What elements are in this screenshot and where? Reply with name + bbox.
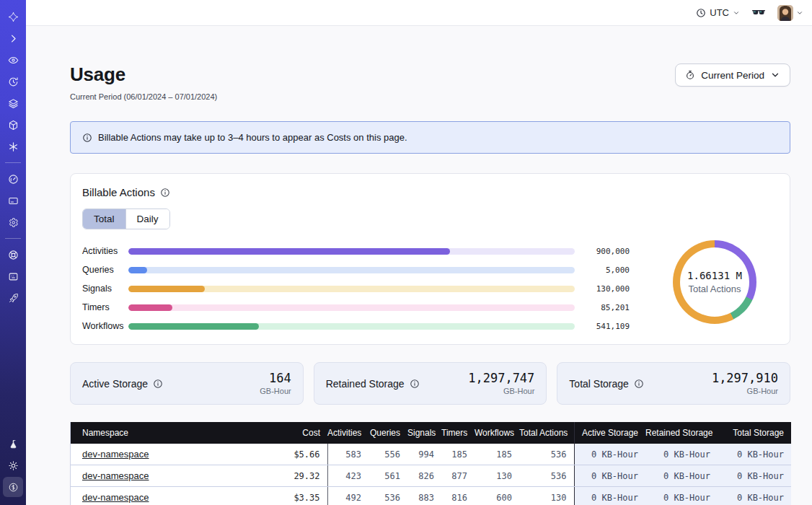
bar-label: Signals	[82, 284, 128, 294]
storage-summary-row: Active Storage 164 GB-Hour Retained Stor…	[70, 362, 790, 405]
cell-signals: 826	[407, 465, 441, 487]
console-icon[interactable]	[3, 266, 23, 286]
clock-icon	[696, 8, 706, 18]
bar-fill	[128, 304, 172, 311]
timezone-selector[interactable]: UTC	[696, 7, 740, 18]
namespace-link[interactable]: dev-namespace	[82, 449, 149, 460]
expand-chevron-icon[interactable]	[3, 28, 23, 48]
cell-total-actions: 130	[519, 487, 574, 505]
bar-label: Activities	[82, 246, 128, 256]
gear-icon[interactable]	[3, 212, 23, 232]
main-area: UTC Usage Current Period (06/01/2024 – 0…	[26, 0, 812, 505]
cell-total-storage: 0 KB-Hour	[718, 444, 791, 465]
cell-cost: 29.32	[251, 465, 327, 487]
donut-total-value: 1.66131 M	[687, 270, 742, 281]
bar-row-workflows: Workflows541,109	[82, 317, 630, 335]
active-storage-unit: GB-Hour	[260, 387, 291, 395]
bar-label: Queries	[82, 265, 128, 275]
col-header-signals: Signals	[407, 422, 441, 444]
tab-total[interactable]: Total	[83, 209, 125, 229]
cell-retained-storage: 0 KB-Hour	[645, 487, 718, 505]
bar-label: Timers	[82, 302, 128, 312]
info-icon[interactable]	[410, 379, 420, 389]
info-icon[interactable]	[634, 379, 644, 389]
total-storage-card: Total Storage 1,297,910 GB-Hour	[557, 362, 790, 405]
bar-track	[128, 267, 575, 273]
asterisk-icon[interactable]	[3, 136, 23, 157]
sidebar	[0, 0, 26, 505]
layers-icon[interactable]	[3, 93, 23, 113]
avatar	[777, 5, 793, 21]
col-header-activities: Activities	[327, 422, 369, 444]
namespace-link[interactable]: dev-namespace	[82, 492, 149, 503]
cell-active-storage: 0 KB-Hour	[574, 487, 645, 505]
eye-icon[interactable]	[3, 50, 23, 70]
cell-active-storage: 0 KB-Hour	[574, 444, 645, 465]
billing-card-icon[interactable]	[3, 190, 23, 211]
chevron-down-icon	[770, 70, 780, 80]
namespace-usage-table: NamespaceCostActivitiesQueriesSignalsTim…	[70, 422, 790, 505]
cell-signals: 994	[407, 444, 441, 465]
bar-fill	[128, 248, 450, 255]
billable-actions-card: Billable Actions TotalDaily Activities90…	[70, 173, 790, 345]
billable-actions-title: Billable Actions	[82, 186, 155, 198]
bar-fill	[128, 267, 147, 273]
chevron-down-icon	[733, 9, 740, 17]
cell-total-storage: 0 KB-Hour	[718, 465, 791, 487]
bar-track	[128, 304, 575, 311]
bar-row-queries: Queries5,000	[82, 260, 630, 279]
namespace-link[interactable]: dev-namespace	[82, 470, 149, 481]
retained-storage-card: Retained Storage 1,297,747 GB-Hour	[314, 362, 547, 405]
cube-icon[interactable]	[3, 115, 23, 135]
bar-fill	[128, 286, 205, 292]
table-row: dev-namespace29.324235618268771305360 KB…	[71, 465, 791, 487]
table-header-row: NamespaceCostActivitiesQueriesSignalsTim…	[71, 422, 791, 444]
temporal-logo-icon[interactable]	[3, 6, 23, 27]
clock-retry-icon[interactable]	[3, 71, 23, 92]
bar-row-activities: Activities900,000	[82, 242, 630, 260]
sidebar-divider	[5, 238, 21, 239]
account-menu[interactable]	[777, 5, 803, 21]
cell-retained-storage: 0 KB-Hour	[645, 444, 718, 465]
cell-timers: 877	[441, 465, 475, 487]
cell-timers: 816	[441, 487, 475, 505]
total-storage-unit: GB-Hour	[712, 387, 778, 395]
bar-row-timers: Timers85,201	[82, 298, 630, 317]
banner-text: Billable Actions may take up to 3–4 hour…	[98, 132, 407, 143]
info-icon[interactable]	[160, 188, 170, 198]
rocket-icon[interactable]	[3, 288, 23, 308]
billable-actions-title-row: Billable Actions	[82, 186, 778, 198]
cell-timers: 185	[441, 444, 475, 465]
cell-retained-storage: 0 KB-Hour	[645, 465, 718, 487]
cell-activities: 492	[327, 487, 369, 505]
lifebuoy-icon[interactable]	[3, 245, 23, 265]
page-subtitle: Current Period (06/01/2024 – 07/01/2024)	[70, 92, 217, 101]
bar-value: 900,000	[575, 247, 630, 256]
usage-dollar-icon[interactable]	[3, 477, 23, 497]
bar-row-signals: Signals130,000	[82, 279, 630, 298]
cell-workflows: 185	[475, 444, 519, 465]
info-icon[interactable]	[153, 379, 163, 389]
cell-activities: 583	[327, 444, 369, 465]
bar-value: 85,201	[575, 303, 630, 312]
tab-daily[interactable]: Daily	[125, 209, 169, 229]
bar-track	[128, 323, 575, 330]
cell-workflows: 130	[475, 465, 519, 487]
gauge-icon[interactable]	[3, 169, 23, 189]
sunglasses-icon[interactable]	[751, 6, 766, 20]
flask-icon[interactable]	[3, 434, 23, 454]
sun-icon[interactable]	[3, 455, 23, 475]
page-title: Usage	[70, 63, 217, 86]
bar-value: 5,000	[575, 265, 630, 275]
table-row: dev-namespace$3.354925368838166001300 KB…	[71, 487, 791, 505]
period-dropdown-button[interactable]: Current Period	[675, 63, 790, 87]
bar-track	[128, 248, 575, 255]
cell-queries: 556	[369, 444, 407, 465]
billable-bar-chart: Activities900,000Queries5,000Signals130,…	[82, 242, 630, 335]
col-header-timers: Timers	[441, 422, 475, 444]
total-daily-tab-group: TotalDaily	[82, 208, 170, 229]
col-header-total-actions: Total Actions	[519, 422, 574, 444]
col-header-cost: Cost	[251, 422, 327, 444]
retained-storage-unit: GB-Hour	[468, 387, 534, 395]
bar-value: 130,000	[575, 284, 630, 294]
